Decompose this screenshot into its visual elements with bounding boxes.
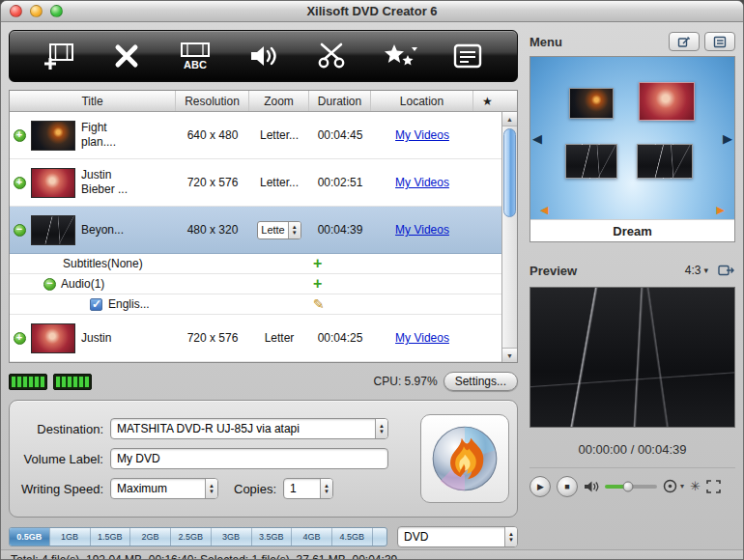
main-content: ABC bbox=[1, 22, 743, 549]
volume-button[interactable] bbox=[584, 480, 599, 493]
star-cell[interactable] bbox=[473, 112, 501, 158]
menu-list-button[interactable] bbox=[704, 32, 735, 51]
volume-knob[interactable] bbox=[623, 481, 634, 491]
menu-prev-icon[interactable] bbox=[532, 131, 542, 146]
subtitles-label: Subtitles(None) bbox=[29, 254, 176, 273]
preview-header: Preview 4:3 bbox=[529, 260, 735, 281]
burn-settings-box: Destination: MATSHITA DVD-R UJ-85J via a… bbox=[9, 400, 518, 518]
zoom-select[interactable]: Lette bbox=[257, 221, 300, 239]
star-cell[interactable] bbox=[473, 207, 501, 253]
menu-theme-box: Dream bbox=[529, 56, 735, 242]
menu-theme-preview[interactable] bbox=[530, 57, 734, 219]
location-link[interactable]: My Videos bbox=[395, 223, 449, 237]
location-link[interactable]: My Videos bbox=[395, 176, 449, 189]
minimize-window-button[interactable] bbox=[30, 5, 43, 17]
settings-button[interactable]: Settings... bbox=[444, 372, 518, 391]
collapse-audio-icon[interactable] bbox=[43, 278, 56, 291]
zoom-stepper-icon[interactable] bbox=[288, 222, 300, 238]
menu-page-next-icon[interactable] bbox=[717, 204, 725, 216]
edit-menu-icon bbox=[677, 36, 691, 48]
expand-icon[interactable] bbox=[14, 177, 26, 189]
video-thumbnail bbox=[31, 215, 75, 245]
title-bar[interactable]: Xilisoft DVD Creator 6 bbox=[1, 1, 743, 22]
edit-pencil-icon[interactable] bbox=[313, 296, 325, 312]
menu-next-icon[interactable] bbox=[723, 131, 732, 146]
star-cell[interactable] bbox=[473, 315, 501, 361]
expand-icon[interactable] bbox=[14, 332, 26, 345]
add-audio-icon[interactable] bbox=[313, 276, 322, 292]
add-subtitle-icon[interactable] bbox=[313, 256, 322, 271]
scrollbar-thumb[interactable] bbox=[503, 128, 516, 217]
audio-icon bbox=[249, 42, 278, 70]
writing-speed-select[interactable]: Maximum bbox=[110, 478, 218, 499]
capacity-tick: 2GB bbox=[129, 528, 170, 546]
zoom-select-value: Lette bbox=[258, 222, 287, 238]
aspect-ratio-select[interactable]: 4:3 bbox=[685, 264, 708, 277]
clip-button[interactable] bbox=[306, 35, 357, 77]
zoom-window-button[interactable] bbox=[50, 5, 63, 17]
column-header-zoom[interactable]: Zoom bbox=[249, 91, 309, 111]
location-link[interactable]: My Videos bbox=[395, 128, 449, 142]
column-header-star[interactable]: ★ bbox=[473, 91, 501, 111]
scroll-up-icon[interactable] bbox=[502, 112, 517, 126]
table-row[interactable]: Justin 720 x 576 Letter 00:04:25 My Vide… bbox=[10, 315, 501, 362]
edit-menu-button[interactable] bbox=[669, 32, 700, 51]
volume-slider[interactable] bbox=[605, 485, 657, 489]
destination-stepper-icon[interactable] bbox=[375, 419, 387, 438]
zoom-value[interactable]: Letter... bbox=[249, 159, 309, 206]
column-header-resolution[interactable]: Resolution bbox=[176, 91, 249, 111]
scroll-down-icon[interactable] bbox=[502, 348, 517, 362]
audio-button[interactable] bbox=[239, 35, 289, 77]
play-button[interactable] bbox=[529, 476, 551, 497]
vertical-scrollbar[interactable] bbox=[501, 112, 517, 362]
menu-page-prev-icon[interactable] bbox=[540, 204, 548, 216]
copies-stepper-icon[interactable] bbox=[320, 479, 332, 498]
delete-button[interactable] bbox=[101, 35, 152, 77]
video-preview[interactable] bbox=[529, 287, 735, 428]
clip-scissors-icon bbox=[317, 42, 346, 70]
menu-thumb bbox=[637, 144, 693, 179]
location-link[interactable]: My Videos bbox=[395, 331, 449, 345]
writing-speed-label: Writing Speed: bbox=[14, 482, 110, 496]
duration-value: 00:04:25 bbox=[309, 315, 371, 361]
table-row-selected[interactable]: Beyon... 480 x 320 Lette 00:04:39 My Vid… bbox=[10, 207, 501, 254]
device-button[interactable] bbox=[663, 479, 677, 493]
add-video-button[interactable] bbox=[34, 35, 84, 77]
effects-button[interactable] bbox=[375, 35, 425, 77]
audio-track-checkbox[interactable] bbox=[90, 298, 102, 311]
subtitle-button[interactable]: ABC bbox=[170, 35, 220, 77]
chapter-menu-button[interactable] bbox=[443, 35, 493, 77]
table-row[interactable]: Fight plan.... 640 x 480 Letter... 00:04… bbox=[10, 112, 501, 159]
copies-stepper[interactable]: 1 bbox=[283, 478, 333, 499]
column-header-location[interactable]: Location bbox=[371, 91, 473, 111]
column-header-duration[interactable]: Duration bbox=[309, 91, 371, 111]
destination-select[interactable]: MATSHITA DVD-R UJ-85J via atapi bbox=[110, 418, 388, 439]
video-thumbnail bbox=[31, 121, 75, 151]
audio-track-label: Englis... bbox=[108, 297, 150, 311]
zoom-value[interactable]: Letter... bbox=[249, 112, 309, 158]
star-cell[interactable] bbox=[473, 159, 501, 206]
collapse-icon[interactable] bbox=[14, 224, 26, 237]
zoom-value[interactable]: Letter bbox=[249, 315, 309, 361]
subtitles-row[interactable]: Subtitles(None) bbox=[10, 254, 501, 274]
volume-label-input[interactable]: My DVD bbox=[110, 448, 388, 469]
export-frame-button[interactable] bbox=[718, 264, 735, 277]
audio-track-row[interactable]: Englis... bbox=[10, 294, 501, 315]
device-caret-icon[interactable] bbox=[680, 482, 684, 490]
close-window-button[interactable] bbox=[10, 5, 22, 17]
audio-row[interactable]: Audio(1) bbox=[10, 274, 501, 294]
stop-button[interactable] bbox=[557, 476, 578, 497]
column-header-title[interactable]: Title bbox=[10, 91, 176, 111]
fullscreen-icon bbox=[706, 480, 721, 493]
disc-type-select[interactable]: DVD bbox=[397, 526, 518, 547]
audio-label: Audio(1) bbox=[61, 277, 104, 291]
burn-button[interactable] bbox=[420, 414, 509, 503]
table-row[interactable]: Justin Bieber ... 720 x 576 Letter... 00… bbox=[10, 159, 501, 207]
writing-speed-stepper-icon[interactable] bbox=[205, 479, 217, 498]
fullscreen-button[interactable] bbox=[706, 480, 721, 493]
app-window: Xilisoft DVD Creator 6 bbox=[0, 0, 744, 560]
expand-icon[interactable] bbox=[14, 129, 26, 142]
video-title: Fight plan.... bbox=[81, 121, 141, 150]
disc-type-stepper-icon[interactable] bbox=[504, 527, 517, 546]
settings-gear-icon[interactable] bbox=[690, 479, 701, 493]
